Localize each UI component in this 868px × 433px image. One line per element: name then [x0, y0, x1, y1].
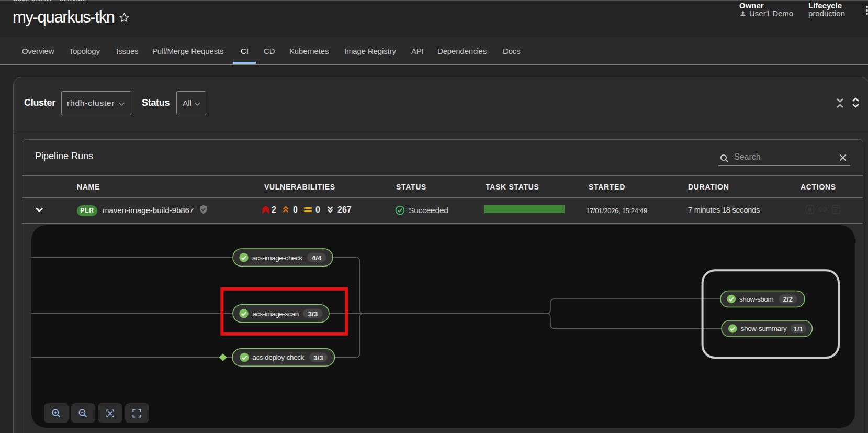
svg-text:show-sbom: show-sbom	[739, 295, 774, 303]
svg-text:show-summary: show-summary	[741, 325, 787, 332]
svg-text:acs-image-scan: acs-image-scan	[253, 310, 299, 318]
svg-text:2/2: 2/2	[783, 295, 793, 303]
svg-text:acs-deploy-check: acs-deploy-check	[252, 353, 304, 361]
svg-text:4/4: 4/4	[312, 254, 322, 262]
svg-text:3/3: 3/3	[308, 310, 318, 318]
svg-text:acs-image-check: acs-image-check	[252, 254, 303, 262]
svg-text:1/1: 1/1	[794, 325, 803, 333]
svg-text:3/3: 3/3	[313, 354, 323, 362]
